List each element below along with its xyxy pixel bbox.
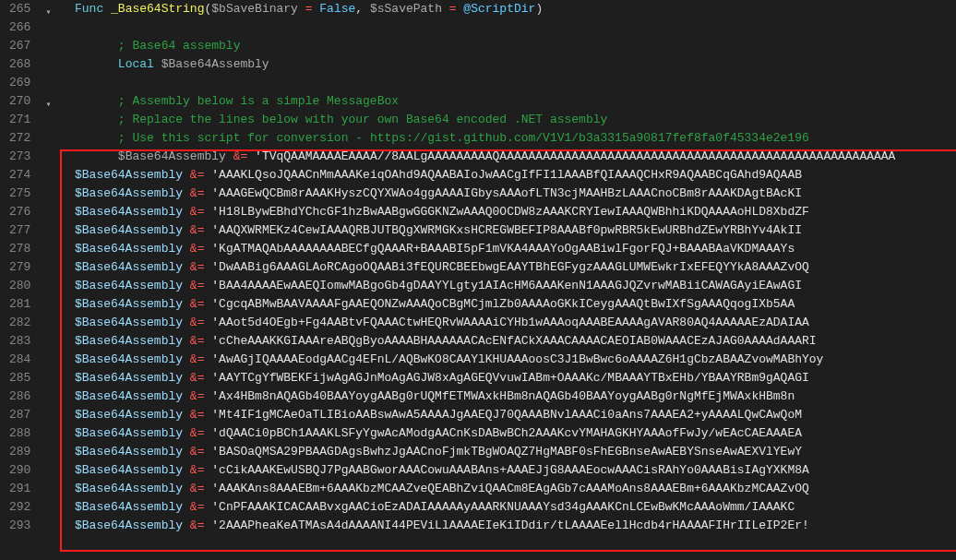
line-number: 271 <box>9 111 30 129</box>
code-line: Local $Base64Assembly <box>60 55 956 74</box>
line-number: 289 <box>9 443 30 461</box>
code-line: $Base64Assembly &= 'Ax4HBm8nAQAGb40BAAYo… <box>60 387 956 406</box>
code-content: Func _Base64String($bSaveBinary = False,… <box>60 0 956 535</box>
line-number: 280 <box>9 277 30 295</box>
line-number: 282 <box>9 314 30 332</box>
code-line: ; Replace the lines below with your own … <box>60 111 956 129</box>
line-number: 290 <box>9 461 30 480</box>
code-line: $Base64Assembly &= 'Mt4IF1gMCAeOaTLIBioA… <box>60 406 956 424</box>
code-line: $Base64Assembly &= 'AAYTCgYfWBEKFijwAgAG… <box>60 369 956 387</box>
fold-marker-icon[interactable]: ▾ <box>45 4 51 22</box>
line-number: 291 <box>9 480 30 498</box>
line-number: 277 <box>9 221 30 240</box>
line-number: 265 <box>9 0 30 18</box>
line-number: 276 <box>9 203 30 221</box>
code-line: $Base64Assembly &= 'TVqQAAMAAAAEAAAA//8A… <box>60 148 956 166</box>
line-number: 275 <box>9 185 30 203</box>
line-number: 266 <box>9 18 30 37</box>
code-line: $Base64Assembly &= 'AAot5d4OEgb+Fg4AABtv… <box>60 314 956 332</box>
code-line: $Base64Assembly &= 'AwAGjIQAAAAEodgAACg4… <box>60 351 956 369</box>
line-number: 285 <box>9 369 30 387</box>
line-number: 278 <box>9 240 30 258</box>
line-number: 281 <box>9 295 30 314</box>
line-number: 284 <box>9 351 30 369</box>
line-number: 273 <box>9 148 30 166</box>
code-line: ; Use this script for conversion - https… <box>60 129 956 148</box>
line-number: 279 <box>9 258 30 277</box>
line-number: 268 <box>9 55 30 74</box>
line-number-gutter: 2652662672682692702712722732742752762772… <box>0 0 43 560</box>
code-line: $Base64Assembly &= 'AAAKAns8AAAEBm+6AAAK… <box>60 480 956 498</box>
code-line <box>60 18 956 37</box>
code-line <box>60 74 956 92</box>
line-number: 283 <box>9 332 30 351</box>
code-line: ; Assembly below is a simple MessageBox <box>60 92 956 111</box>
code-line: Func _Base64String($bSaveBinary = False,… <box>60 0 956 18</box>
code-area[interactable]: Func _Base64String($bSaveBinary = False,… <box>60 0 956 560</box>
code-line: $Base64Assembly &= 'CnPFAAAKICACAABvxgAA… <box>60 498 956 517</box>
code-line: $Base64Assembly &= 'KgATMAQAbAAAAAAAABEC… <box>60 240 956 258</box>
line-number: 269 <box>9 74 30 92</box>
code-line: ; Base64 assembly <box>60 37 956 55</box>
code-line: $Base64Assembly &= 'BASOaQMSA29PBAAGDAgs… <box>60 443 956 461</box>
line-number: 288 <box>9 424 30 443</box>
fold-marker-icon[interactable]: ▾ <box>45 96 51 114</box>
line-number: 270 <box>9 92 30 111</box>
code-line: $Base64Assembly &= 'AAAGEwQCBm8rAAAKHysz… <box>60 185 956 203</box>
code-editor: 2652662672682692702712722732742752762772… <box>0 0 956 560</box>
fold-column: ▾▾ <box>43 0 60 560</box>
code-line: $Base64Assembly &= 'dQAACi0pBCh1AAAKLSFy… <box>60 424 956 443</box>
code-line: $Base64Assembly &= 'cCheAAAKKGIAAAreABQg… <box>60 332 956 351</box>
code-line: $Base64Assembly &= 'H18LBywEBhdYChcGF1hz… <box>60 203 956 221</box>
code-line: $Base64Assembly &= 'BAA4AAAAEwAAEQIomwMA… <box>60 277 956 295</box>
code-line: $Base64Assembly &= 'cCikAAAKEwUSBQJ7PgAA… <box>60 461 956 480</box>
line-number: 292 <box>9 498 30 517</box>
line-number: 274 <box>9 166 30 185</box>
code-line: $Base64Assembly &= '2AAAPheaKeATMAsA4dAA… <box>60 517 956 535</box>
code-line: $Base64Assembly &= 'AAAKLQsoJQAACnMmAAAK… <box>60 166 956 185</box>
code-line: $Base64Assembly &= 'AAQXWRMEKz4CewIAAAQR… <box>60 221 956 240</box>
line-number: 272 <box>9 129 30 148</box>
line-number: 287 <box>9 406 30 424</box>
line-number: 267 <box>9 37 30 55</box>
code-line: $Base64Assembly &= 'DwAABig6AAAGLAoRCAgo… <box>60 258 956 277</box>
code-line: $Base64Assembly &= 'CgcqABMwBAAVAAAAFgAA… <box>60 295 956 314</box>
line-number: 286 <box>9 387 30 406</box>
line-number: 293 <box>9 517 30 535</box>
